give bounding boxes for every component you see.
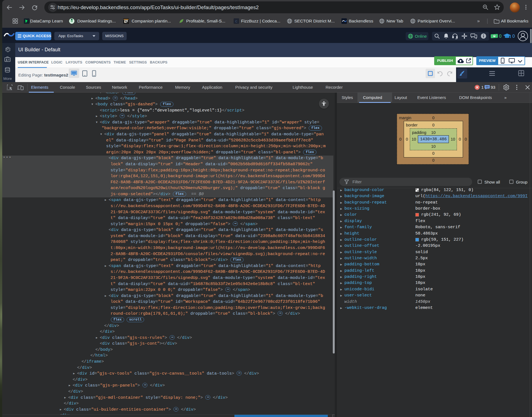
svg-text:C: C — [235, 20, 237, 23]
svg-text:P: P — [125, 20, 127, 23]
